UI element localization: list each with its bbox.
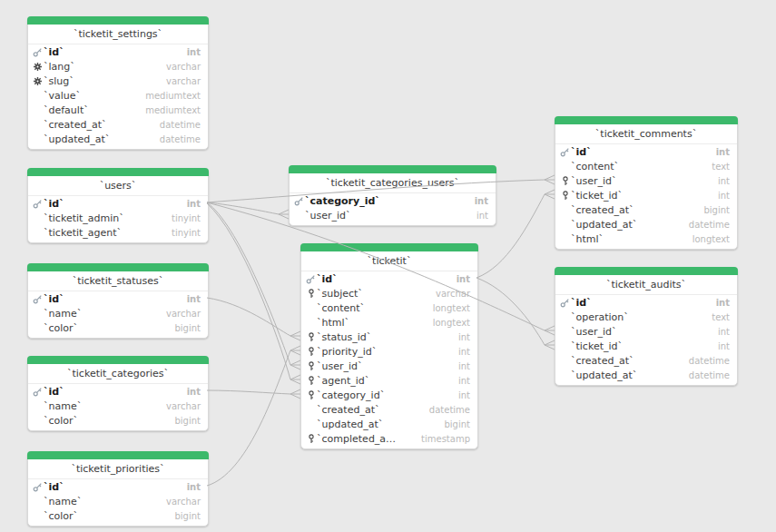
field-row[interactable]: `content`longtext xyxy=(301,300,477,315)
field-type: datetime xyxy=(689,370,730,380)
field-type: int xyxy=(716,147,730,157)
field-row[interactable]: `html`longtext xyxy=(301,315,477,330)
field-type: int xyxy=(476,211,488,221)
primary-key-icon xyxy=(32,294,44,304)
table-title-ticketit_priorities[interactable]: `ticketit_priorities` xyxy=(28,459,208,479)
field-name: `updated_at` xyxy=(571,219,682,231)
field-type: longtext xyxy=(433,318,470,328)
field-row[interactable]: `user_id`int xyxy=(290,208,496,222)
field-name: `lang` xyxy=(44,61,159,73)
primary-key-icon xyxy=(559,147,571,157)
field-row[interactable]: `color`bigint xyxy=(28,413,208,428)
diagram-canvas[interactable]: `ticketit_settings``id`int`lang`varchar`… xyxy=(0,0,776,532)
field-row[interactable]: `slug`varchar xyxy=(28,74,208,88)
field-type: timestamp xyxy=(421,434,470,444)
field-list: `id`int`name`varchar`color`bigint xyxy=(28,479,208,523)
field-row[interactable]: `updated_at`datetime xyxy=(28,132,208,146)
table-ticketit_priorities[interactable]: `ticketit_priorities``id`int`name`varcha… xyxy=(27,451,209,527)
table-users[interactable]: `users``id`int`ticketit_admin`tinyint`ti… xyxy=(27,168,209,243)
field-row[interactable]: `user_id`int xyxy=(555,324,737,339)
table-ticketit_audits[interactable]: `ticketit_audits``id`int`operation`text`… xyxy=(555,267,738,386)
field-row[interactable]: `category_id`int xyxy=(301,388,477,402)
primary-key-icon xyxy=(32,482,44,492)
field-list: `id`int`name`varchar`color`bigint xyxy=(28,291,208,335)
field-type: int xyxy=(187,47,201,57)
table-title-users[interactable]: `users` xyxy=(28,176,208,196)
table-ticketit_categories[interactable]: `ticketit_categories``id`int`name`varcha… xyxy=(27,356,209,431)
field-name: `id` xyxy=(44,481,180,493)
field-row[interactable]: `name`varchar xyxy=(28,399,208,413)
field-row[interactable]: `id`int xyxy=(555,144,737,159)
field-row[interactable]: `id`int xyxy=(28,196,208,211)
table-title-ticketit_audits[interactable]: `ticketit_audits` xyxy=(555,275,737,295)
field-row[interactable]: `updated_at`bigint xyxy=(301,417,477,431)
field-row[interactable]: `created_at`datetime xyxy=(28,117,208,132)
field-row[interactable]: `ticketit_admin`tinyint xyxy=(28,211,208,225)
field-row[interactable]: `id`int xyxy=(555,295,737,310)
table-ticketit_settings[interactable]: `ticketit_settings``id`int`lang`varchar`… xyxy=(27,16,209,150)
field-name: `priority_id` xyxy=(317,346,451,358)
table-title-ticketit_comments[interactable]: `ticketit_comments` xyxy=(555,124,737,144)
field-row[interactable]: `ticketit_agent`tinyint xyxy=(28,225,208,240)
field-row[interactable]: `operation`text xyxy=(555,310,737,324)
field-row[interactable]: `created_at`datetime xyxy=(301,402,477,417)
relationship-users-id-to-categories-users-user-id xyxy=(207,202,289,219)
field-row[interactable]: `id`int xyxy=(28,479,208,494)
field-row[interactable]: `created_at`datetime xyxy=(555,353,737,368)
field-type: int xyxy=(187,294,201,304)
field-row[interactable]: `id`int xyxy=(28,44,208,59)
field-row[interactable]: `html`longtext xyxy=(555,232,737,246)
field-row[interactable]: `value`mediumtext xyxy=(28,88,208,103)
table-title-ticketit_statuses[interactable]: `ticketit_statuses` xyxy=(28,271,208,291)
field-row[interactable]: `created_at`bigint xyxy=(555,202,737,217)
field-row[interactable]: `category_id`int xyxy=(290,193,496,208)
field-row[interactable]: `agent_id`int xyxy=(301,373,477,388)
field-name: `updated_at` xyxy=(44,133,152,145)
field-row[interactable]: `user_id`int xyxy=(555,173,737,188)
field-row[interactable]: `name`varchar xyxy=(28,306,208,320)
field-row[interactable]: `priority_id`int xyxy=(301,344,477,359)
table-title-ticketit_settings[interactable]: `ticketit_settings` xyxy=(28,25,208,44)
field-type: int xyxy=(458,332,470,342)
field-name: `html` xyxy=(571,233,685,245)
field-name: `agent_id` xyxy=(317,375,451,387)
field-row[interactable]: `id`int xyxy=(28,291,208,306)
field-name: `color` xyxy=(44,510,167,522)
table-ticketit_categories_users[interactable]: `ticketit_categories_users``category_id`… xyxy=(289,165,496,226)
field-row[interactable]: `updated_at`datetime xyxy=(555,368,737,382)
field-row[interactable]: `ticket_id`int xyxy=(555,339,737,353)
field-row[interactable]: `updated_at`datetime xyxy=(555,217,737,232)
field-type: datetime xyxy=(160,134,201,144)
field-row[interactable]: `color`bigint xyxy=(28,320,208,335)
field-name: `category_id` xyxy=(317,389,451,401)
field-row[interactable]: `id`int xyxy=(28,384,208,399)
field-name: `created_at` xyxy=(571,204,696,216)
table-ticketit_comments[interactable]: `ticketit_comments``id`int`content`text`… xyxy=(555,116,738,250)
field-row[interactable]: `id`int xyxy=(301,271,477,286)
field-row[interactable]: `name`varchar xyxy=(28,494,208,508)
field-list: `id`int`ticketit_admin`tinyint`ticketit_… xyxy=(28,196,208,240)
relationship-categories-id-to-ticketit-category-id xyxy=(207,389,300,399)
field-row[interactable]: `default`mediumtext xyxy=(28,103,208,117)
table-ticketit[interactable]: `ticketit``id`int`subject`varchar`conten… xyxy=(300,243,478,449)
relationship-ticketit-id-to-audits-ticket-id xyxy=(476,278,555,350)
field-row[interactable]: `lang`varchar xyxy=(28,59,208,74)
field-type: varchar xyxy=(166,401,201,411)
field-row[interactable]: `user_id`int xyxy=(301,359,477,373)
table-ticketit_statuses[interactable]: `ticketit_statuses``id`int`name`varchar`… xyxy=(27,263,209,339)
field-row[interactable]: `ticket_id`int xyxy=(555,188,737,202)
field-row[interactable]: `content`text xyxy=(555,159,737,173)
relationship-users-id-to-ticketit-user-id xyxy=(207,202,300,369)
field-name: `completed_a… xyxy=(317,433,414,445)
field-type: int xyxy=(718,176,730,186)
table-title-ticketit[interactable]: `ticketit` xyxy=(301,251,477,271)
field-row[interactable]: `subject`varchar xyxy=(301,286,477,300)
table-header-bar xyxy=(555,267,738,275)
table-title-ticketit_categories_users[interactable]: `ticketit_categories_users` xyxy=(290,173,496,193)
foreign-key-icon xyxy=(305,376,317,386)
table-title-ticketit_categories[interactable]: `ticketit_categories` xyxy=(28,364,208,384)
field-row[interactable]: `color`bigint xyxy=(28,508,208,523)
field-type: int xyxy=(187,387,201,397)
field-row[interactable]: `status_id`int xyxy=(301,330,477,344)
field-row[interactable]: `completed_a…timestamp xyxy=(301,431,477,446)
